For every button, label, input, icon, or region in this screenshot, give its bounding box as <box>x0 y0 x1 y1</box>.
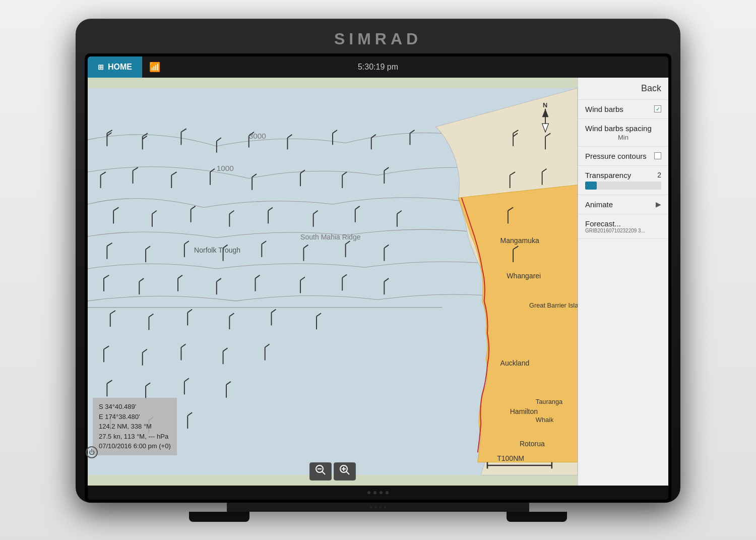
svg-text:South Mahia Ridge: South Mahia Ridge <box>300 233 361 241</box>
indicator-dot-2 <box>373 491 376 494</box>
power-icon: ⏻ <box>89 449 95 456</box>
back-button[interactable]: Back <box>578 78 668 100</box>
right-panel: Back Wind barbs Wind barbs spacing <box>578 78 668 486</box>
device-body: SIMRAD ⊞ HOME 📶 5:30:19 pm <box>76 19 680 503</box>
transparency-bar[interactable] <box>585 182 661 190</box>
forecast-sub: GRIB20160710232209 3... <box>585 228 661 233</box>
distance-display: 124.2 NM, 338 °M <box>99 422 171 432</box>
power-button[interactable]: ⏻ <box>86 446 98 458</box>
pressure-contours-item[interactable]: Pressure contours <box>578 147 668 166</box>
brand-logo: SIMRAD <box>334 30 422 48</box>
svg-text:N: N <box>543 101 547 109</box>
stand-dot-4 <box>384 506 386 508</box>
home-button[interactable]: ⊞ HOME <box>88 56 142 78</box>
wind-barbs-item[interactable]: Wind barbs <box>578 100 668 119</box>
transparency-label: Transparency <box>585 171 631 179</box>
svg-text:T100NM: T100NM <box>497 454 524 462</box>
back-label: Back <box>641 83 661 94</box>
indicator-dot-4 <box>386 491 389 494</box>
animate-arrow-icon: ▶ <box>656 200 661 208</box>
info-overlay: S 34°40.489' E 174°38.480' 124.2 NM, 338… <box>93 398 177 455</box>
wind-barbs-label: Wind barbs <box>585 105 623 113</box>
forecast-label: Forecast... <box>585 219 661 228</box>
svg-text:Mangamuka: Mangamuka <box>500 236 539 244</box>
zoom-out-button[interactable] <box>309 462 332 481</box>
screen-bezel: ⊞ HOME 📶 5:30:19 pm <box>85 53 671 503</box>
svg-text:Hamilton: Hamilton <box>510 407 538 415</box>
svg-text:Rotorua: Rotorua <box>520 439 545 447</box>
top-bar: ⊞ HOME 📶 5:30:19 pm <box>88 56 668 78</box>
svg-text:3000: 3000 <box>249 131 266 140</box>
svg-text:Auckland: Auckland <box>500 358 530 367</box>
wind-barbs-checkbox[interactable] <box>654 105 661 112</box>
svg-text:Great Barrier Island: Great Barrier Island <box>529 301 578 309</box>
zoom-in-icon <box>339 464 350 478</box>
svg-text:1000: 1000 <box>217 163 234 172</box>
transparency-item[interactable]: Transparency 2 <box>578 166 668 195</box>
svg-text:Norfolk Trough: Norfolk Trough <box>194 246 240 254</box>
forecast-item[interactable]: Forecast... GRIB20160710232209 3... <box>578 214 668 239</box>
indicator-dot-3 <box>380 491 383 494</box>
svg-text:Whangarei: Whangarei <box>507 272 541 280</box>
grid-icon: ⊞ <box>98 63 104 71</box>
datetime-display: 07/10/2016 6:00 pm (+0) <box>99 441 171 451</box>
content-area: 3000 1000 South Mahia Ridge Norfolk Trou… <box>88 78 668 486</box>
stand-feet <box>189 512 567 522</box>
animate-item[interactable]: Animate ▶ <box>578 195 668 214</box>
time-display: 5:30:19 pm <box>358 63 398 72</box>
wind-display: 27.5 kn, 113 °M, --- hPa <box>99 432 171 442</box>
home-label: HOME <box>108 63 132 72</box>
device-stand-section <box>0 503 756 522</box>
map-area[interactable]: 3000 1000 South Mahia Ridge Norfolk Trou… <box>88 78 578 486</box>
signal-icon: 📶 <box>149 62 160 73</box>
wind-barbs-spacing-value: Min <box>585 134 661 141</box>
pressure-contours-label: Pressure contours <box>585 152 647 160</box>
zoom-controls <box>309 462 356 481</box>
screen: ⊞ HOME 📶 5:30:19 pm <box>88 56 668 500</box>
stand-dot-2 <box>374 506 377 508</box>
svg-text:Whaik: Whaik <box>536 416 554 424</box>
zoom-out-icon <box>315 464 326 478</box>
stand-dot-3 <box>379 506 382 508</box>
svg-text:Tauranga: Tauranga <box>536 398 563 405</box>
lat-display: S 34°40.489' <box>99 402 171 412</box>
svg-line-156 <box>322 471 325 474</box>
animate-label: Animate <box>585 200 613 209</box>
wind-barbs-spacing-label: Wind barbs spacing <box>585 124 661 133</box>
wind-barbs-spacing-item[interactable]: Wind barbs spacing Min <box>578 119 668 147</box>
bottom-bar <box>88 486 668 500</box>
brand-bar: SIMRAD <box>85 28 671 53</box>
stand-top <box>227 503 529 512</box>
transparency-fill <box>585 182 597 190</box>
indicator-dot-1 <box>367 491 370 494</box>
stand-dot-1 <box>370 506 372 508</box>
pressure-contours-checkbox[interactable] <box>654 152 661 159</box>
lon-display: E 174°38.480' <box>99 412 171 422</box>
stand-foot-left <box>189 512 249 522</box>
zoom-in-button[interactable] <box>334 462 356 481</box>
svg-line-159 <box>346 471 349 474</box>
stand-foot-right <box>507 512 567 522</box>
transparency-value: 2 <box>657 171 661 179</box>
